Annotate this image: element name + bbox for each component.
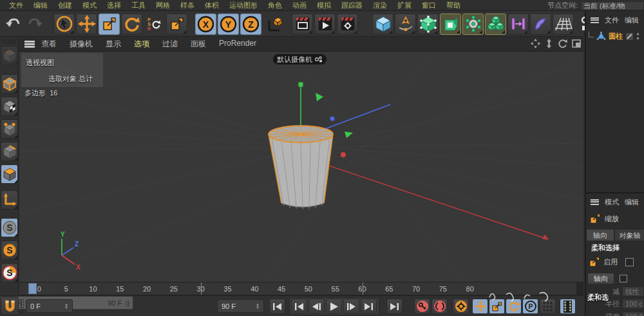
- tab-object-axis[interactable]: 对象轴: [614, 229, 644, 241]
- enable-axis-button[interactable]: [1, 190, 18, 210]
- rotate-view-icon[interactable]: [558, 39, 567, 48]
- menu-item[interactable]: 工具: [131, 1, 146, 10]
- viewport-solo-hierarchy-button[interactable]: S: [1, 263, 18, 282]
- viewport-menu-item[interactable]: 摄像机: [70, 39, 93, 50]
- lock-x-axis-button[interactable]: X: [195, 14, 216, 35]
- cylinder-object[interactable]: [269, 126, 333, 209]
- viewport-menu-item[interactable]: 过滤: [162, 39, 178, 50]
- viewport-menu-item[interactable]: 查看: [41, 39, 57, 50]
- scale-mini-button[interactable]: [166, 14, 187, 35]
- toggle-view-icon[interactable]: [572, 39, 581, 48]
- viewport-menu-item[interactable]: ProRender: [219, 39, 256, 50]
- viewport-canvas[interactable]: Y Z X: [19, 52, 583, 282]
- current-frame-field[interactable]: 0 F ▲▼: [26, 299, 73, 313]
- psr-reset-button[interactable]: PSR: [144, 14, 165, 35]
- generator-button[interactable]: [440, 14, 461, 35]
- scale-tool-button[interactable]: [99, 14, 120, 35]
- end-frame-field[interactable]: 90 F ▲▼: [217, 299, 264, 313]
- add-primitive-button[interactable]: [372, 14, 393, 35]
- autokey-button[interactable]: [431, 299, 448, 314]
- menu-item[interactable]: 跟踪器: [341, 1, 363, 10]
- strength-field[interactable]: 100.0: [622, 311, 644, 316]
- menu-item[interactable]: 角色: [268, 1, 282, 10]
- menu-item[interactable]: 样条: [180, 1, 194, 10]
- menu-item[interactable]: 渲染: [373, 1, 387, 10]
- y-axis-handle[interactable]: [299, 83, 303, 87]
- x-axis-line[interactable]: [306, 158, 546, 239]
- visibility-dots-icon[interactable]: [636, 32, 639, 41]
- points-mode-button[interactable]: [1, 119, 18, 139]
- menu-item[interactable]: 模式: [82, 1, 97, 10]
- goto-end-button[interactable]: [386, 299, 402, 314]
- viewport-menu-item[interactable]: 显示: [106, 39, 121, 50]
- menu-item[interactable]: 动画: [292, 1, 307, 10]
- undo-button[interactable]: [2, 14, 23, 35]
- am-edit-menu[interactable]: 编辑: [625, 197, 639, 207]
- next-frame-button[interactable]: [343, 299, 359, 314]
- menu-item[interactable]: 帮助: [446, 1, 460, 10]
- pan-view-icon[interactable]: [531, 39, 540, 48]
- object-tree-row[interactable]: 圆柱: [586, 30, 644, 42]
- render-view-button[interactable]: [292, 14, 313, 35]
- play-button[interactable]: [326, 299, 342, 314]
- keying-settings-button[interactable]: [453, 299, 469, 314]
- cloner-button[interactable]: [462, 14, 484, 35]
- red-dot-handle[interactable]: [341, 152, 346, 157]
- toolbar-grip[interactable]: [20, 299, 24, 314]
- axis-checkbox[interactable]: [620, 275, 627, 282]
- lock-z-axis-button[interactable]: Z: [240, 14, 261, 35]
- end-frame-spinner[interactable]: ▲▼: [256, 303, 260, 310]
- menu-item[interactable]: 模拟: [317, 1, 331, 10]
- volume-button[interactable]: [485, 14, 506, 35]
- render-settings-button[interactable]: [337, 14, 358, 35]
- live-selection-button[interactable]: [53, 14, 75, 35]
- coordinate-system-button[interactable]: [263, 14, 284, 35]
- viewport-solo-off-button[interactable]: S: [1, 218, 18, 237]
- snap-button[interactable]: [1, 297, 19, 315]
- menu-item[interactable]: 扩展: [397, 1, 412, 10]
- menu-item[interactable]: 体积: [205, 1, 219, 10]
- menu-item[interactable]: 窗口: [422, 1, 436, 10]
- next-key-button[interactable]: [361, 299, 377, 314]
- model-mode-button[interactable]: [1, 74, 18, 94]
- edge-mode-button[interactable]: [1, 142, 18, 161]
- dolly-view-icon[interactable]: [545, 39, 553, 48]
- om-edit-menu[interactable]: 编辑: [625, 15, 639, 25]
- prev-frame-button[interactable]: [308, 299, 325, 314]
- rotate-tool-button[interactable]: [121, 14, 142, 35]
- timeline-playhead[interactable]: [28, 283, 37, 294]
- viewport-menu-item[interactable]: 选项: [134, 39, 149, 50]
- object-edit-icon[interactable]: [625, 32, 634, 41]
- tab-axis[interactable]: 轴向: [586, 229, 614, 241]
- am-mode-menu[interactable]: 模式: [605, 197, 619, 207]
- subdivision-surface-button[interactable]: [417, 14, 439, 35]
- record-key-button[interactable]: [414, 299, 430, 314]
- camera-label-pill[interactable]: 默认摄像机: [273, 54, 327, 64]
- menu-item[interactable]: 网格: [156, 1, 170, 10]
- goto-start-button[interactable]: [269, 299, 285, 314]
- spline-pen-button[interactable]: [395, 14, 416, 35]
- polygon-mode-button[interactable]: [1, 164, 18, 184]
- menu-item[interactable]: 文件: [9, 1, 23, 10]
- viewport-burger-icon[interactable]: [24, 41, 35, 48]
- texture-mode-button[interactable]: [1, 97, 18, 116]
- make-editable-button[interactable]: [1, 46, 18, 65]
- blue-dot-handle[interactable]: [330, 116, 334, 121]
- viewport-menu-item[interactable]: 面板: [191, 39, 206, 50]
- radius-field[interactable]: 100 c: [622, 299, 644, 309]
- green-arrow-handle[interactable]: [345, 132, 353, 138]
- menu-item[interactable]: 创建: [58, 1, 72, 10]
- enable-checkbox[interactable]: [625, 258, 634, 266]
- falloff-dropdown[interactable]: 线性: [622, 286, 644, 297]
- frame-spinner[interactable]: ▲▼: [64, 303, 68, 310]
- field-button[interactable]: [530, 14, 551, 35]
- lock-y-axis-button[interactable]: Y: [218, 14, 239, 35]
- render-picture-viewer-button[interactable]: [314, 14, 336, 35]
- om-file-menu[interactable]: 文件: [605, 15, 619, 25]
- node-space-dropdown[interactable]: 当前 (标准/物: [581, 1, 644, 10]
- menu-item[interactable]: 选择: [107, 1, 121, 10]
- sidebar-grip[interactable]: [2, 39, 16, 44]
- move-tool-button[interactable]: [76, 14, 97, 35]
- om-burger-icon[interactable]: [591, 17, 599, 23]
- floor-button[interactable]: [553, 14, 574, 35]
